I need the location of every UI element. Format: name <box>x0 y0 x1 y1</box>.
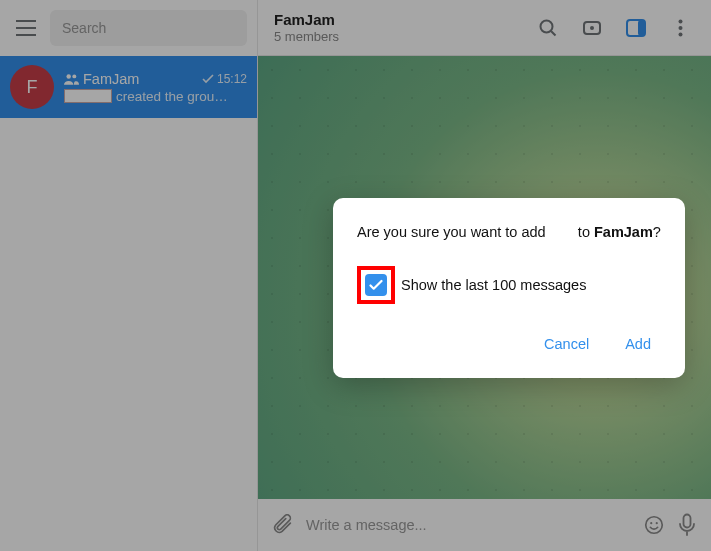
checkbox-label[interactable]: Show the last 100 messages <box>401 277 586 293</box>
modal-group-name: FamJam <box>594 224 653 240</box>
modal-text-2: to <box>574 224 594 240</box>
app-root: F FamJam 15:12 created the grou… <box>0 0 711 551</box>
add-button[interactable]: Add <box>621 330 655 358</box>
cancel-button[interactable]: Cancel <box>540 330 593 358</box>
modal-checkbox-row: Show the last 100 messages <box>357 266 661 304</box>
show-last-messages-checkbox[interactable] <box>365 274 387 296</box>
modal-username-blank <box>550 224 574 240</box>
modal-text-1: Are you sure you want to add <box>357 224 550 240</box>
modal-text-3: ? <box>653 224 661 240</box>
confirm-add-modal: Are you sure you want to add to FamJam? … <box>333 198 685 378</box>
modal-message: Are you sure you want to add to FamJam? <box>357 222 661 244</box>
checkbox-highlight <box>357 266 395 304</box>
checkmark-icon <box>369 279 383 291</box>
modal-actions: Cancel Add <box>357 330 661 364</box>
